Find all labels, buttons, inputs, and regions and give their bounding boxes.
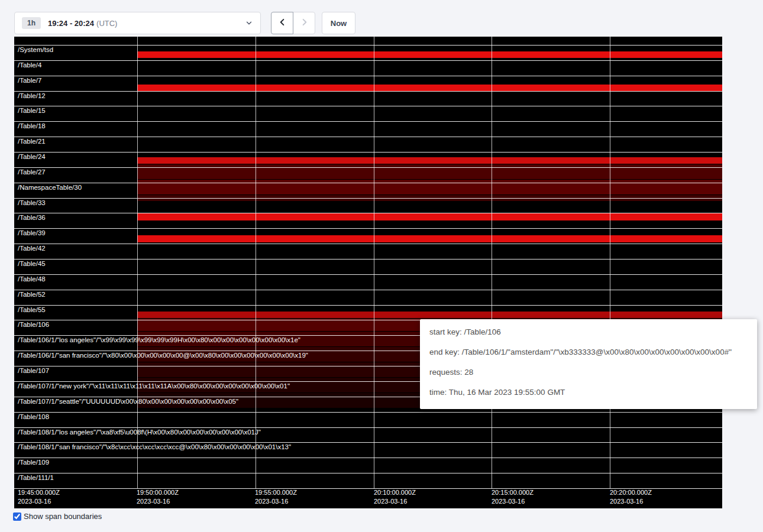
- span-boundary-line: [14, 412, 722, 413]
- span-key-label: /Table/33: [18, 199, 46, 207]
- span-key-label: /Table/36: [18, 214, 46, 222]
- heat-band: [137, 213, 722, 220]
- heat-band: [137, 180, 722, 194]
- span-key-label: /Table/55: [18, 306, 46, 314]
- span-key-label: /Table/109: [18, 459, 49, 466]
- time-tick-time: 19:45:00.000Z: [18, 488, 60, 497]
- time-tick: 19:45:00.000Z2023-03-16: [18, 488, 60, 506]
- span-boundary-line: [14, 458, 722, 458]
- now-button[interactable]: Now: [322, 12, 355, 34]
- span-key-label: /Table/106: [18, 321, 49, 329]
- span-key-label: /Table/106/1/"san francisco"/"\x80\x00\x…: [18, 352, 308, 359]
- timezone-label: (UTC): [96, 19, 117, 28]
- time-tick-time: 19:50:00.000Z: [137, 488, 179, 497]
- time-tick-date: 2023-03-16: [137, 497, 179, 506]
- time-tick-date: 2023-03-16: [492, 497, 534, 506]
- tooltip-requests: requests: 28: [429, 368, 748, 377]
- time-gridline: [610, 37, 610, 488]
- time-gridline: [492, 37, 492, 488]
- key-visualizer-page: 1h 19:24 - 20:24 (UTC) Now /System/tsd/T…: [0, 0, 763, 532]
- span-key-label: /Table/107/1/"seattle"/"UUUUUUD\x00\x80\…: [18, 398, 238, 406]
- time-gridline: [137, 37, 138, 488]
- span-boundaries-label: Show span boundaries: [24, 512, 102, 521]
- chevron-left-icon: [278, 18, 287, 28]
- span-key-label: /NamespaceTable/30: [18, 184, 82, 192]
- span-key-label: /Table/106/1/"los angeles"/"\x99\x99\x99…: [18, 336, 300, 344]
- span-boundary-line: [14, 45, 722, 46]
- heat-band: [137, 157, 722, 164]
- span-boundary-line: [14, 274, 722, 275]
- span-boundary-line: [14, 183, 722, 183]
- prev-button[interactable]: [271, 12, 293, 34]
- span-boundary-line: [14, 305, 722, 306]
- span-boundary-line: [14, 442, 722, 443]
- span-boundary-line: [14, 228, 722, 229]
- tooltip-end-key: end key: /Table/106/1/"amsterdam"/"\xb33…: [429, 348, 748, 357]
- time-tick-time: 20:10:00.000Z: [374, 488, 416, 497]
- span-boundary-line: [14, 427, 722, 428]
- time-tick-time: 19:55:00.000Z: [255, 488, 297, 497]
- span-tooltip: start key: /Table/106 end key: /Table/10…: [420, 319, 757, 409]
- heat-band: [137, 164, 722, 179]
- time-tick-date: 2023-03-16: [374, 497, 416, 506]
- next-button[interactable]: [293, 12, 315, 34]
- span-key-label: /Table/45: [18, 260, 46, 268]
- span-boundary-line: [14, 198, 722, 199]
- chevron-right-icon: [300, 18, 309, 28]
- heat-band: [137, 85, 722, 91]
- span-boundary-line: [14, 167, 722, 168]
- span-key-label: /Table/24: [18, 153, 46, 161]
- span-boundary-line: [14, 213, 722, 213]
- time-tick-date: 2023-03-16: [18, 497, 60, 506]
- span-boundary-line: [14, 137, 722, 137]
- time-nav-group: [271, 12, 315, 34]
- time-gridline: [374, 37, 374, 488]
- heat-band: [137, 235, 722, 242]
- span-boundary-line: [14, 290, 722, 290]
- span-key-label: /System/tsd: [18, 46, 53, 54]
- span-boundary-line: [14, 106, 722, 106]
- span-boundary-line: [14, 152, 722, 153]
- span-key-label: /Table/27: [18, 168, 46, 176]
- span-key-label: /Table/12: [18, 92, 46, 100]
- time-tick: 20:15:00.000Z2023-03-16: [492, 488, 534, 506]
- span-boundary-line: [14, 76, 722, 76]
- time-tick: 19:55:00.000Z2023-03-16: [255, 488, 297, 506]
- span-boundary-line: [14, 473, 722, 473]
- span-key-label: /Table/52: [18, 291, 46, 299]
- time-tick: 20:10:00.000Z2023-03-16: [374, 488, 416, 506]
- span-key-label: /Table/4: [18, 61, 41, 69]
- time-gridline: [256, 37, 256, 488]
- footer-controls: Show span boundaries: [13, 512, 102, 521]
- heatmap-canvas[interactable]: /System/tsd/Table/4/Table/7/Table/12/Tab…: [14, 37, 722, 508]
- time-tick: 20:20:00.000Z2023-03-16: [610, 488, 652, 506]
- span-key-label: /Table/107/1/"new york"/"\x11\x11\x11\x1…: [18, 382, 290, 390]
- span-boundary-line: [14, 121, 722, 122]
- span-key-label: /Table/108/1/"los angeles"/"\xa8\xf5\u00…: [18, 429, 261, 436]
- span-key-label: /Table/48: [18, 275, 46, 283]
- tooltip-time: time: Thu, 16 Mar 2023 19:55:00 GMT: [429, 388, 748, 397]
- span-key-label: /Table/42: [18, 245, 46, 252]
- span-key-label: /Table/21: [18, 138, 46, 145]
- span-key-label: /Table/107: [18, 367, 49, 375]
- span-boundaries-checkbox[interactable]: [13, 512, 21, 521]
- heat-band: [137, 51, 722, 58]
- span-boundary-line: [14, 259, 722, 259]
- span-key-label: /Table/7: [18, 77, 41, 85]
- span-boundary-line: [14, 60, 722, 61]
- time-tick-date: 2023-03-16: [610, 497, 652, 506]
- heat-band: [137, 312, 722, 318]
- span-key-label: /Table/39: [18, 229, 46, 237]
- time-range-select[interactable]: 1h 19:24 - 20:24 (UTC): [14, 12, 261, 34]
- tooltip-start-key: start key: /Table/106: [429, 327, 748, 337]
- time-range-label: 19:24 - 20:24: [48, 19, 94, 28]
- span-key-label: /Table/108/1/"san francisco"/"\x8c\xcc\x…: [18, 443, 291, 451]
- time-tick: 19:50:00.000Z2023-03-16: [137, 488, 179, 506]
- time-tick-time: 20:20:00.000Z: [610, 488, 652, 497]
- time-tick-date: 2023-03-16: [255, 497, 297, 506]
- span-boundary-line: [14, 91, 722, 92]
- span-key-label: /Table/108: [18, 413, 49, 421]
- span-key-label: /Table/15: [18, 107, 46, 115]
- span-key-label: /Table/18: [18, 122, 46, 130]
- span-key-label: /Table/111/1: [18, 474, 54, 482]
